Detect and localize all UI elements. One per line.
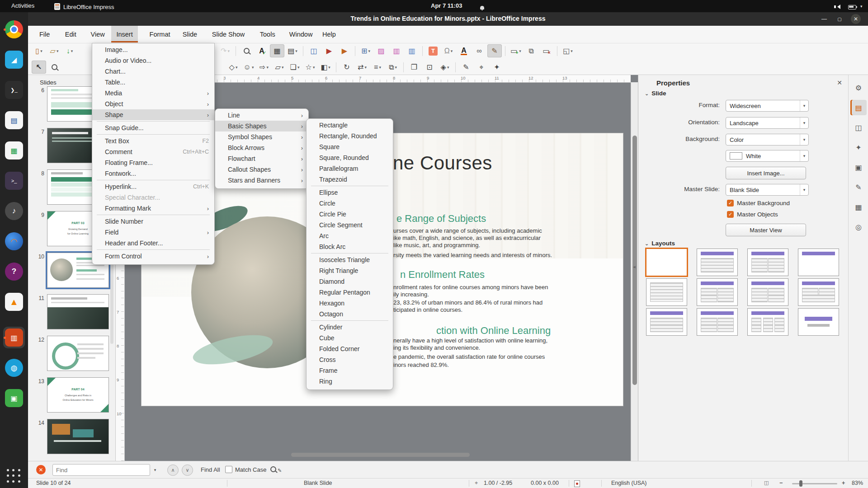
basic-shapes-menu-item-parallelogram[interactable]: Parallelogram (307, 163, 393, 174)
layout-title-slide[interactable] (798, 308, 839, 336)
find-input[interactable] (52, 464, 150, 476)
dock-item-blue-app[interactable]: ◍ (3, 357, 25, 379)
align-objects-button[interactable]: ≡▾ (370, 61, 385, 74)
dock-item-code-editor[interactable]: ◢ (3, 49, 25, 70)
insert-menu-item-fontwork[interactable]: Fontwork... (92, 168, 214, 179)
dock-item-package-app[interactable]: ▣ (3, 387, 25, 409)
flip-button[interactable]: ⇄▾ (355, 61, 369, 74)
spelling-button[interactable]: A (255, 44, 269, 57)
dock-item-impress[interactable]: ▥ (3, 327, 25, 348)
dropdown-arrow-icon[interactable]: ▾ (57, 49, 59, 53)
shape-menu-item-symbol-shapes[interactable]: Symbol Shapes› (215, 131, 308, 142)
dropdown-arrow-icon[interactable]: ▾ (227, 49, 230, 53)
insert-menu-item-header-and-footer[interactable]: Header and Footer... (92, 238, 214, 249)
insert-menu-item-table[interactable]: Table... (92, 77, 214, 88)
3d-objects-button[interactable]: ◧▾ (318, 61, 333, 74)
dropdown-arrow-icon[interactable]: ▾ (295, 49, 297, 53)
horizontal-scrollbar[interactable] (125, 453, 631, 458)
layout-title-only[interactable] (798, 249, 839, 276)
basic-shapes-menu-item-square-rounded[interactable]: Square, Rounded (307, 152, 393, 163)
system-menu-chevron-icon[interactable]: ▾ (860, 4, 863, 9)
zoom-out-button[interactable]: − (779, 480, 783, 486)
dropdown-arrow-icon[interactable]: ▾ (40, 49, 42, 53)
glue-points-button[interactable]: ⌖ (474, 61, 489, 74)
menubar-item-file[interactable]: File (34, 26, 55, 42)
start-from-first-slide-button[interactable]: ▶ (322, 44, 336, 57)
find-history-chevron-icon[interactable]: ▾ (151, 464, 159, 476)
basic-shapes-menu-item-diamond[interactable]: Diamond (307, 276, 393, 287)
basic-shapes-menu-item-rectangle[interactable]: Rectangle (307, 120, 393, 131)
dock-item-help[interactable]: ? (3, 261, 25, 282)
background-color-select[interactable]: White▾ (726, 150, 809, 162)
basic-shapes-button[interactable]: ◇▾ (226, 61, 241, 74)
menubar-item-slide-show[interactable]: Slide Show (207, 26, 250, 42)
battery-icon[interactable] (848, 4, 856, 11)
dropdown-arrow-icon[interactable]: ▾ (266, 65, 269, 70)
symbol-shapes-button[interactable]: ☺▾ (241, 61, 256, 74)
insert-image-button[interactable]: ▨ (374, 44, 388, 57)
clock[interactable]: Apr 7 11:03 (431, 2, 462, 9)
insert-menu-item-form-control[interactable]: Form Control› (92, 251, 214, 262)
insert-text-box-button[interactable]: T (426, 44, 440, 57)
menubar-item-edit[interactable]: Edit (60, 26, 81, 42)
sidebar-tab-gallery[interactable]: ▦ (850, 199, 867, 215)
layout-title-content[interactable] (697, 249, 738, 276)
dropdown-arrow-icon[interactable]: ▾ (379, 65, 381, 70)
dock-item-media-app[interactable]: ♪ (3, 200, 25, 222)
animation-button[interactable]: ✦ (490, 61, 504, 74)
dock-item-text-editor[interactable]: ▤ (3, 109, 25, 131)
dropdown-arrow-icon[interactable]: ▾ (364, 65, 367, 70)
dropdown-arrow-icon[interactable]: ▾ (236, 65, 238, 70)
sidebar-tab-sidebar-settings[interactable]: ⚙ (850, 80, 867, 95)
insert-menu-item-field[interactable]: Field› (92, 227, 214, 238)
layout-blank[interactable] (646, 249, 687, 276)
duplicate-slide-button[interactable]: ⧉ (524, 44, 538, 57)
insert-menu-item-shape[interactable]: Shape› (92, 109, 214, 120)
zoom-fit-icon[interactable]: ◫ (764, 480, 769, 486)
layout-title-6content[interactable] (747, 308, 788, 336)
slide-thumbnail-12[interactable] (47, 336, 109, 371)
insert-menu-item-hyperlink[interactable]: Hyperlink...Ctrl+K (92, 181, 214, 192)
layout-title-content-2content[interactable] (747, 278, 788, 306)
dock-item-vlc[interactable]: ▲ (3, 291, 25, 313)
window-title-bar[interactable]: Trends in Online Education for Minors.pp… (28, 12, 868, 26)
dropdown-arrow-icon[interactable]: ▾ (328, 65, 330, 70)
slide-section-header[interactable]: ⌄Slide (645, 90, 666, 97)
slide-thumbnail-11[interactable] (47, 294, 109, 329)
text-language[interactable]: English (USA) (611, 480, 647, 486)
dropdown-arrow-icon[interactable]: ▾ (395, 65, 397, 70)
layout-centered-text[interactable] (646, 278, 687, 306)
layout-title-4content[interactable] (697, 308, 738, 336)
zoom-slider[interactable] (792, 483, 837, 484)
sidebar-close-icon[interactable]: ✕ (837, 79, 842, 86)
document-modified-icon[interactable] (574, 480, 580, 488)
image-filter-button[interactable]: ◈▾ (438, 61, 452, 74)
insert-menu-item-formatting-mark[interactable]: Formatting Mark› (92, 203, 214, 214)
callout-shapes-button[interactable]: ❏▾ (288, 61, 302, 74)
dropdown-arrow-icon[interactable]: ▾ (571, 49, 573, 53)
insert-menu-item-object[interactable]: Object› (92, 99, 214, 109)
basic-shapes-menu-item-circle[interactable]: Circle (307, 198, 393, 209)
flowchart-button[interactable]: ▱▾ (272, 61, 287, 74)
dock-item-terminal[interactable]: ❯_ (3, 79, 25, 101)
master-slide-button[interactable]: ◫ (307, 44, 321, 57)
shadow-button[interactable]: ❐ (407, 61, 421, 74)
insert-menu-item-media[interactable]: Media› (92, 88, 214, 99)
insert-menu-item-image[interactable]: Image... (92, 44, 214, 55)
special-character-button[interactable]: Ω▾ (441, 44, 456, 57)
menubar-item-tools[interactable]: Tools (255, 26, 280, 42)
redo-button[interactable]: ↷▾ (218, 44, 232, 57)
menubar-item-view[interactable]: View (86, 26, 110, 42)
shape-menu-item-stars-and-banners[interactable]: Stars and Banners› (215, 175, 308, 186)
find-previous-button[interactable]: ∧ (167, 465, 179, 476)
find-next-button[interactable]: ∨ (182, 465, 193, 476)
dropdown-arrow-icon[interactable]: ▾ (71, 49, 73, 53)
layout-title-2content[interactable] (747, 249, 788, 276)
focused-app-name[interactable]: LibreOffice Impress (54, 2, 114, 10)
minimize-button[interactable]: — (819, 14, 829, 24)
display-grid-button[interactable]: ▦ (270, 44, 284, 57)
dock-item-calc[interactable]: ▦ (3, 140, 25, 161)
dock-item-terminal-alt[interactable]: >_ (3, 170, 25, 192)
new-slide-button[interactable]: ▭+▾ (509, 44, 523, 57)
arrange-button[interactable]: ⧉▾ (386, 61, 400, 74)
